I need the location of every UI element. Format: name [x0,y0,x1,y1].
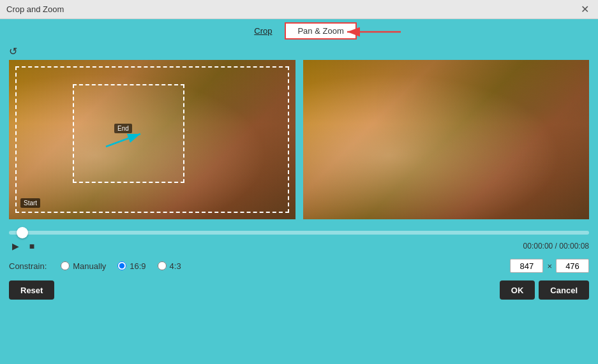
radio-manually-input[interactable] [61,261,70,270]
radio-16-9[interactable]: 16:9 [117,261,146,271]
radio-manually[interactable]: Manually [61,261,106,271]
playback-controls: ▶ ■ [9,240,38,252]
window-title: Crop and Zoom [6,4,64,14]
close-button[interactable]: ✕ [578,3,592,17]
title-bar: Crop and Zoom ✕ [0,0,598,19]
preview-panel-left: Start End [9,60,295,219]
dimension-separator: × [547,261,552,271]
label-end: End [114,124,132,133]
preview-panel-right [303,60,590,219]
spacer [0,219,598,226]
height-input[interactable] [556,259,589,273]
dimension-box: × [510,259,589,273]
preview-image-right [303,60,590,219]
radio-4-3-input[interactable] [158,261,167,270]
constrain-row: Constrain: Manually 16:9 4:3 × [0,255,598,277]
bottom-right-buttons: OK Cancel [500,280,589,300]
radio-4-3-label: 4:3 [170,261,181,271]
timeline-thumb[interactable] [17,227,28,238]
tab-pan-zoom[interactable]: Pan & Zoom [285,22,356,40]
radio-16-9-label: 16:9 [130,261,146,271]
radio-4-3[interactable]: 4:3 [158,261,181,271]
preview-area: Start End [0,60,598,219]
toolbar-row: ↺ [0,42,598,60]
playback-row: ▶ ■ 00:00:00 / 00:00:08 [0,237,598,255]
play-button[interactable]: ▶ [9,240,22,252]
stop-button[interactable]: ■ [26,240,38,252]
radio-manually-label: Manually [73,261,106,271]
bottom-row: Reset OK Cancel [0,277,598,303]
tab-area: Crop Pan & Zoom [0,19,598,42]
preview-image-left: Start End [9,60,295,219]
cancel-button[interactable]: Cancel [539,280,589,300]
time-display: 00:00:00 / 00:00:08 [523,242,589,251]
tab-crop[interactable]: Crop [241,22,285,40]
reset-button[interactable]: Reset [9,280,54,300]
label-start: Start [20,198,40,208]
loop-icon[interactable]: ↺ [9,45,17,57]
radio-16-9-input[interactable] [117,261,126,270]
selection-inner[interactable] [73,84,184,183]
timeline-track[interactable] [9,231,589,235]
timeline-area [0,226,598,237]
width-input[interactable] [510,259,543,273]
constrain-label: Constrain: [9,261,47,271]
ok-button[interactable]: OK [500,280,535,300]
